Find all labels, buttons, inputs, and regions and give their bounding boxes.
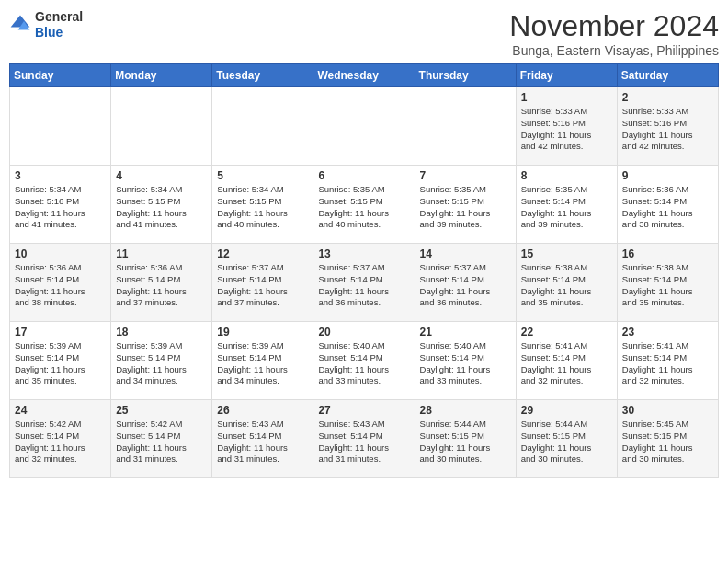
day-info: Sunrise: 5:43 AMSunset: 5:14 PMDaylight:…: [318, 419, 409, 465]
day-number: 3: [15, 169, 106, 182]
month-year: November 2024: [509, 9, 719, 43]
calendar-cell: 19Sunrise: 5:39 AMSunset: 5:14 PMDayligh…: [212, 322, 313, 400]
day-number: 28: [420, 404, 511, 417]
day-info: Sunrise: 5:34 AMSunset: 5:15 PMDaylight:…: [116, 184, 207, 231]
calendar-cell: 26Sunrise: 5:43 AMSunset: 5:14 PMDayligh…: [212, 400, 313, 478]
logo: General Blue: [9, 9, 83, 40]
day-info: Sunrise: 5:37 AMSunset: 5:14 PMDaylight:…: [318, 262, 409, 309]
day-number: 20: [318, 326, 409, 339]
day-info: Sunrise: 5:35 AMSunset: 5:14 PMDaylight:…: [521, 184, 612, 231]
day-number: 26: [217, 404, 308, 417]
day-info: Sunrise: 5:39 AMSunset: 5:14 PMDaylight:…: [217, 340, 308, 387]
day-info: Sunrise: 5:43 AMSunset: 5:14 PMDaylight:…: [217, 419, 308, 465]
calendar-body: 1Sunrise: 5:33 AMSunset: 5:16 PMDaylight…: [10, 87, 719, 478]
day-number: 22: [521, 326, 612, 339]
day-info: Sunrise: 5:39 AMSunset: 5:14 PMDaylight:…: [116, 340, 207, 387]
day-number: 12: [217, 247, 308, 260]
calendar-cell: [111, 87, 212, 166]
calendar-cell: 8Sunrise: 5:35 AMSunset: 5:14 PMDaylight…: [516, 166, 617, 244]
calendar-cell: 15Sunrise: 5:38 AMSunset: 5:14 PMDayligh…: [516, 244, 617, 322]
calendar-cell: 5Sunrise: 5:34 AMSunset: 5:15 PMDaylight…: [212, 166, 313, 244]
day-info: Sunrise: 5:42 AMSunset: 5:14 PMDaylight:…: [116, 419, 207, 465]
day-info: Sunrise: 5:34 AMSunset: 5:15 PMDaylight:…: [217, 184, 308, 231]
day-info: Sunrise: 5:44 AMSunset: 5:15 PMDaylight:…: [521, 419, 612, 465]
logo-text: General Blue: [35, 9, 83, 40]
calendar-week-5: 24Sunrise: 5:42 AMSunset: 5:14 PMDayligh…: [10, 400, 719, 478]
day-number: 14: [420, 247, 511, 260]
weekday-header-thursday: Thursday: [415, 64, 516, 87]
calendar-cell: 16Sunrise: 5:38 AMSunset: 5:14 PMDayligh…: [617, 244, 718, 322]
day-info: Sunrise: 5:45 AMSunset: 5:15 PMDaylight:…: [622, 419, 713, 465]
day-number: 23: [622, 326, 713, 339]
calendar-cell: 28Sunrise: 5:44 AMSunset: 5:15 PMDayligh…: [415, 400, 516, 478]
calendar-cell: 25Sunrise: 5:42 AMSunset: 5:14 PMDayligh…: [111, 400, 212, 478]
calendar-cell: 12Sunrise: 5:37 AMSunset: 5:14 PMDayligh…: [212, 244, 313, 322]
day-info: Sunrise: 5:33 AMSunset: 5:16 PMDaylight:…: [622, 106, 713, 153]
page-header: General Blue November 2024 Bunga, Easter…: [9, 9, 719, 58]
calendar-cell: 24Sunrise: 5:42 AMSunset: 5:14 PMDayligh…: [10, 400, 111, 478]
calendar-week-3: 10Sunrise: 5:36 AMSunset: 5:14 PMDayligh…: [10, 244, 719, 322]
day-number: 13: [318, 247, 409, 260]
calendar-cell: 23Sunrise: 5:41 AMSunset: 5:14 PMDayligh…: [617, 322, 718, 400]
day-number: 18: [116, 326, 207, 339]
day-number: 1: [521, 91, 612, 104]
calendar-cell: 9Sunrise: 5:36 AMSunset: 5:14 PMDaylight…: [617, 166, 718, 244]
calendar-cell: 29Sunrise: 5:44 AMSunset: 5:15 PMDayligh…: [516, 400, 617, 478]
calendar-week-4: 17Sunrise: 5:39 AMSunset: 5:14 PMDayligh…: [10, 322, 719, 400]
calendar-cell: 7Sunrise: 5:35 AMSunset: 5:15 PMDaylight…: [415, 166, 516, 244]
day-info: Sunrise: 5:40 AMSunset: 5:14 PMDaylight:…: [420, 340, 511, 387]
day-info: Sunrise: 5:36 AMSunset: 5:14 PMDaylight:…: [622, 184, 713, 231]
calendar-cell: 17Sunrise: 5:39 AMSunset: 5:14 PMDayligh…: [10, 322, 111, 400]
day-info: Sunrise: 5:38 AMSunset: 5:14 PMDaylight:…: [622, 262, 713, 309]
day-info: Sunrise: 5:41 AMSunset: 5:14 PMDaylight:…: [622, 340, 713, 387]
calendar-cell: 22Sunrise: 5:41 AMSunset: 5:14 PMDayligh…: [516, 322, 617, 400]
weekday-header-row: SundayMondayTuesdayWednesdayThursdayFrid…: [10, 64, 719, 87]
calendar-cell: 3Sunrise: 5:34 AMSunset: 5:16 PMDaylight…: [10, 166, 111, 244]
calendar-cell: 1Sunrise: 5:33 AMSunset: 5:16 PMDaylight…: [516, 87, 617, 166]
calendar-table: SundayMondayTuesdayWednesdayThursdayFrid…: [9, 63, 719, 478]
calendar-cell: 21Sunrise: 5:40 AMSunset: 5:14 PMDayligh…: [415, 322, 516, 400]
day-info: Sunrise: 5:44 AMSunset: 5:15 PMDaylight:…: [420, 419, 511, 465]
calendar-cell: 2Sunrise: 5:33 AMSunset: 5:16 PMDaylight…: [617, 87, 718, 166]
calendar-cell: 13Sunrise: 5:37 AMSunset: 5:14 PMDayligh…: [313, 244, 415, 322]
day-number: 21: [420, 326, 511, 339]
calendar-cell: 6Sunrise: 5:35 AMSunset: 5:15 PMDaylight…: [313, 166, 415, 244]
day-number: 11: [116, 247, 207, 260]
calendar-cell: [415, 87, 516, 166]
weekday-header-monday: Monday: [111, 64, 212, 87]
weekday-header-wednesday: Wednesday: [313, 64, 415, 87]
calendar-cell: 27Sunrise: 5:43 AMSunset: 5:14 PMDayligh…: [313, 400, 415, 478]
day-info: Sunrise: 5:41 AMSunset: 5:14 PMDaylight:…: [521, 340, 612, 387]
day-number: 19: [217, 326, 308, 339]
day-number: 27: [318, 404, 409, 417]
day-info: Sunrise: 5:34 AMSunset: 5:16 PMDaylight:…: [15, 184, 106, 231]
day-number: 2: [622, 91, 713, 104]
day-info: Sunrise: 5:39 AMSunset: 5:14 PMDaylight:…: [15, 340, 106, 387]
day-info: Sunrise: 5:36 AMSunset: 5:14 PMDaylight:…: [116, 262, 207, 309]
calendar-header: SundayMondayTuesdayWednesdayThursdayFrid…: [10, 64, 719, 87]
day-info: Sunrise: 5:37 AMSunset: 5:14 PMDaylight:…: [420, 262, 511, 309]
day-number: 15: [521, 247, 612, 260]
calendar-cell: 18Sunrise: 5:39 AMSunset: 5:14 PMDayligh…: [111, 322, 212, 400]
day-info: Sunrise: 5:35 AMSunset: 5:15 PMDaylight:…: [318, 184, 409, 231]
svg-marker-0: [11, 15, 30, 27]
day-number: 8: [521, 169, 612, 182]
day-number: 6: [318, 169, 409, 182]
title-section: November 2024 Bunga, Eastern Visayas, Ph…: [509, 9, 719, 58]
calendar-cell: 4Sunrise: 5:34 AMSunset: 5:15 PMDaylight…: [111, 166, 212, 244]
calendar-cell: 30Sunrise: 5:45 AMSunset: 5:15 PMDayligh…: [617, 400, 718, 478]
calendar-cell: 14Sunrise: 5:37 AMSunset: 5:14 PMDayligh…: [415, 244, 516, 322]
day-number: 4: [116, 169, 207, 182]
day-number: 7: [420, 169, 511, 182]
day-number: 5: [217, 169, 308, 182]
weekday-header-sunday: Sunday: [10, 64, 111, 87]
calendar-cell: 20Sunrise: 5:40 AMSunset: 5:14 PMDayligh…: [313, 322, 415, 400]
day-info: Sunrise: 5:42 AMSunset: 5:14 PMDaylight:…: [15, 419, 106, 465]
calendar-cell: [10, 87, 111, 166]
calendar-cell: 11Sunrise: 5:36 AMSunset: 5:14 PMDayligh…: [111, 244, 212, 322]
day-number: 16: [622, 247, 713, 260]
calendar-week-2: 3Sunrise: 5:34 AMSunset: 5:16 PMDaylight…: [10, 166, 719, 244]
day-number: 30: [622, 404, 713, 417]
day-number: 10: [15, 247, 106, 260]
day-number: 17: [15, 326, 106, 339]
